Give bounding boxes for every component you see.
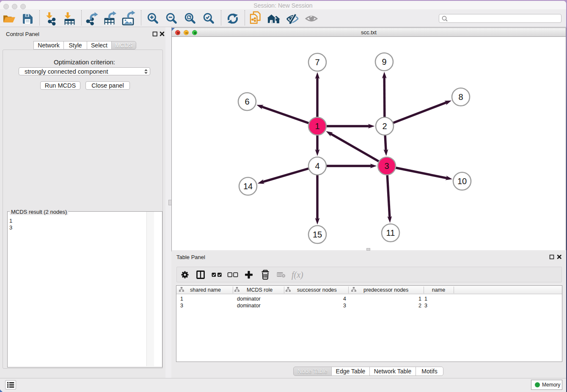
svg-text:f(x): f(x) bbox=[292, 270, 303, 280]
svg-text:9: 9 bbox=[382, 57, 386, 66]
svg-text:11: 11 bbox=[386, 228, 395, 237]
svg-text:1: 1 bbox=[315, 121, 319, 131]
svg-text:3: 3 bbox=[384, 161, 389, 171]
svg-text:15: 15 bbox=[313, 230, 322, 239]
svg-text:4: 4 bbox=[315, 161, 319, 171]
svg-text:7: 7 bbox=[315, 58, 319, 67]
svg-text:8: 8 bbox=[458, 92, 463, 102]
svg-text:10: 10 bbox=[457, 177, 467, 186]
svg-text:2: 2 bbox=[382, 121, 387, 131]
svg-text:6: 6 bbox=[245, 97, 249, 106]
svg-text:14: 14 bbox=[243, 182, 253, 191]
